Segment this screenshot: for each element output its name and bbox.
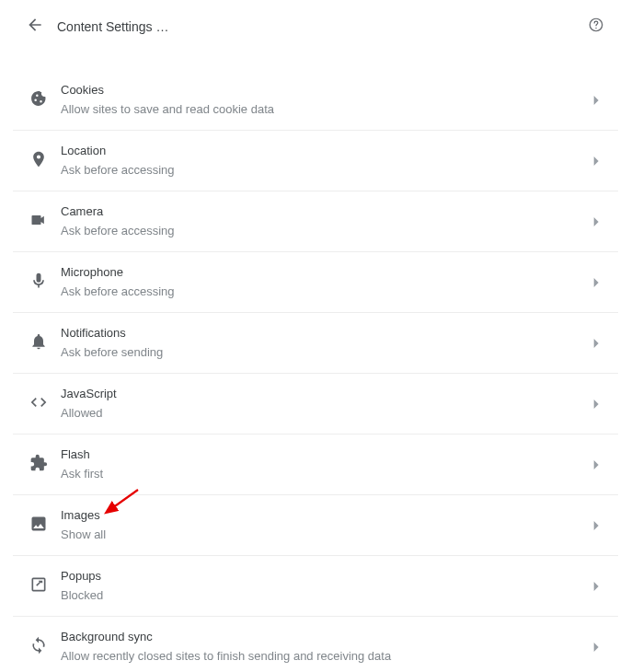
row-subtitle: Blocked (61, 586, 583, 605)
row-title: Notifications (61, 325, 583, 342)
chevron-right-icon (593, 214, 601, 230)
help-button[interactable] (579, 10, 613, 43)
help-icon (588, 17, 604, 37)
popup-icon (29, 575, 48, 597)
row-subtitle: Ask before accessing (61, 161, 583, 180)
image-icon (29, 515, 48, 537)
chevron-right-icon (593, 396, 601, 412)
row-background-sync[interactable]: Background sync Allow recently closed si… (13, 617, 618, 672)
row-title: JavaScript (61, 386, 583, 402)
row-title: Flash (61, 446, 583, 463)
row-javascript[interactable]: JavaScript Allowed (13, 374, 618, 434)
row-microphone[interactable]: Microphone Ask before accessing (13, 252, 618, 313)
back-button[interactable] (18, 10, 52, 43)
microphone-icon (29, 272, 48, 294)
row-notifications[interactable]: Notifications Ask before sending (13, 313, 618, 374)
row-images[interactable]: Images Show all (13, 495, 618, 556)
code-icon (29, 393, 48, 415)
row-title: Location (61, 143, 583, 159)
row-title: Images (61, 507, 583, 524)
row-title: Cookies (61, 82, 583, 98)
bell-icon (29, 332, 48, 354)
row-title: Popups (61, 568, 583, 585)
row-flash[interactable]: Flash Ask first (13, 434, 618, 495)
row-title: Background sync (61, 629, 583, 645)
chevron-right-icon (593, 274, 601, 291)
row-subtitle: Ask first (61, 465, 583, 483)
row-location[interactable]: Location Ask before accessing (13, 131, 618, 191)
chevron-right-icon (593, 517, 601, 534)
chevron-right-icon (593, 578, 601, 595)
chevron-right-icon (593, 457, 601, 473)
cookie-icon (29, 89, 48, 111)
row-subtitle: Allow recently closed sites to finish se… (61, 647, 583, 666)
row-subtitle: Show all (61, 526, 583, 544)
svg-point-1 (595, 28, 596, 29)
chevron-right-icon (593, 153, 601, 169)
page-title: Content Settings … (57, 19, 579, 34)
row-camera[interactable]: Camera Ask before accessing (13, 191, 618, 252)
row-subtitle: Ask before sending (61, 343, 583, 362)
location-icon (29, 150, 48, 172)
row-title: Camera (61, 203, 583, 220)
row-subtitle: Allow sites to save and read cookie data (61, 100, 583, 119)
settings-list: Cookies Allow sites to save and read coo… (13, 70, 618, 672)
row-subtitle: Allowed (61, 404, 583, 423)
camera-icon (29, 211, 48, 233)
header-bar: Content Settings … (13, 0, 618, 53)
chevron-right-icon (593, 335, 601, 352)
row-title: Microphone (61, 264, 583, 281)
chevron-right-icon (593, 92, 601, 109)
sync-icon (29, 636, 48, 658)
row-subtitle: Ask before accessing (61, 283, 583, 301)
arrow-left-icon (26, 16, 44, 38)
row-popups[interactable]: Popups Blocked (13, 556, 618, 617)
chevron-right-icon (593, 639, 601, 655)
extension-icon (29, 454, 48, 476)
row-subtitle: Ask before accessing (61, 222, 583, 240)
row-cookies[interactable]: Cookies Allow sites to save and read coo… (13, 70, 618, 131)
